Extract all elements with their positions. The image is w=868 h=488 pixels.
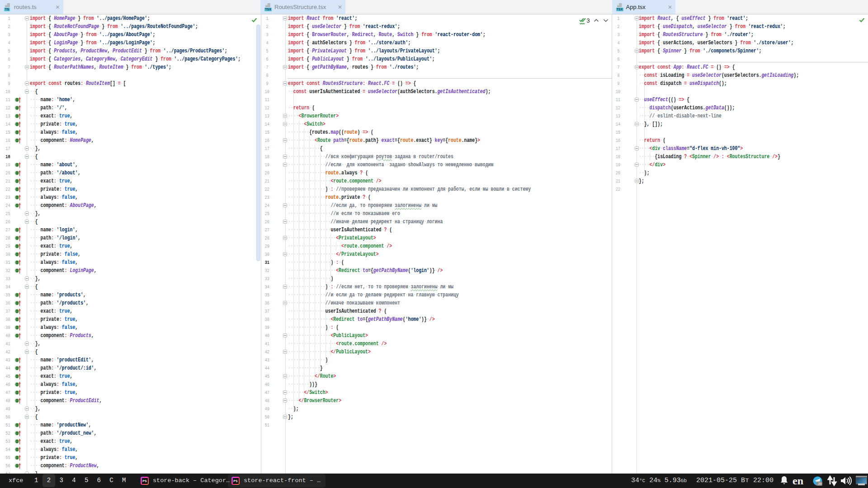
svg-text:.39: .39: [817, 482, 821, 485]
svg-text:3: 3: [587, 17, 590, 24]
